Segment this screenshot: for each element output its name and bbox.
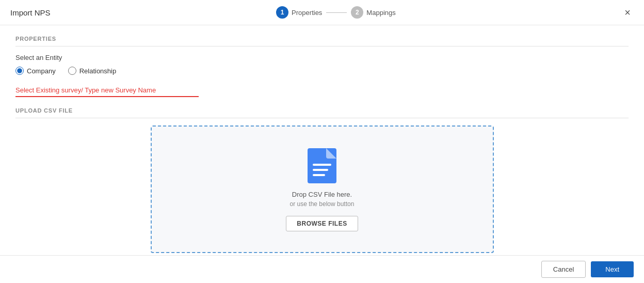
radio-company-input[interactable]	[15, 67, 24, 75]
drop-text-main: Drop CSV File here.	[292, 191, 352, 198]
close-button[interactable]: ×	[621, 6, 634, 19]
svg-rect-2	[313, 169, 328, 171]
step-1-circle: 1	[276, 6, 288, 19]
radio-relationship-input[interactable]	[68, 67, 76, 75]
modal-overlay: Import NPS 1 Properties 2 Mappings ×	[0, 0, 644, 283]
drop-text-sub: or use the below button	[290, 200, 355, 208]
properties-section-title: PROPERTIES	[15, 36, 629, 42]
properties-divider	[15, 46, 629, 46]
radio-company-label: Company	[27, 67, 56, 75]
upload-divider	[15, 118, 629, 118]
survey-name-input[interactable]	[15, 84, 199, 97]
svg-rect-3	[313, 174, 325, 176]
properties-section: PROPERTIES Select an Entity Company Rela…	[15, 36, 629, 107]
modal-header: Import NPS 1 Properties 2 Mappings ×	[0, 0, 644, 25]
radio-relationship[interactable]: Relationship	[68, 67, 117, 75]
modal-body: PROPERTIES Select an Entity Company Rela…	[0, 25, 644, 255]
file-icon	[307, 147, 337, 184]
radio-group: Company Relationship	[15, 67, 629, 75]
upload-drop-area[interactable]: Drop CSV File here. or use the below but…	[151, 125, 494, 253]
upload-section-title: UPLOAD CSV FILE	[15, 107, 629, 114]
radio-company[interactable]: Company	[15, 67, 56, 75]
step-1: 1 Properties	[276, 6, 322, 19]
step-1-label: Properties	[292, 9, 322, 17]
step-2: 2 Mappings	[351, 6, 395, 19]
browse-files-button[interactable]: BROWSE FILES	[286, 216, 358, 231]
entity-label: Select an Entity	[15, 54, 629, 61]
radio-relationship-label: Relationship	[79, 67, 117, 75]
cancel-button[interactable]: Cancel	[541, 261, 586, 278]
stepper: 1 Properties 2 Mappings	[276, 6, 396, 19]
modal-footer: Cancel Next	[0, 255, 644, 283]
upload-section: UPLOAD CSV FILE Drop CSV File here. or u…	[15, 107, 629, 253]
next-button[interactable]: Next	[591, 261, 634, 277]
modal: Import NPS 1 Properties 2 Mappings ×	[0, 0, 644, 283]
modal-title: Import NPS	[10, 8, 51, 17]
step-connector	[326, 12, 347, 13]
svg-rect-1	[313, 164, 331, 166]
step-2-label: Mappings	[366, 9, 395, 17]
close-icon: ×	[624, 7, 631, 18]
step-2-circle: 2	[351, 6, 363, 19]
